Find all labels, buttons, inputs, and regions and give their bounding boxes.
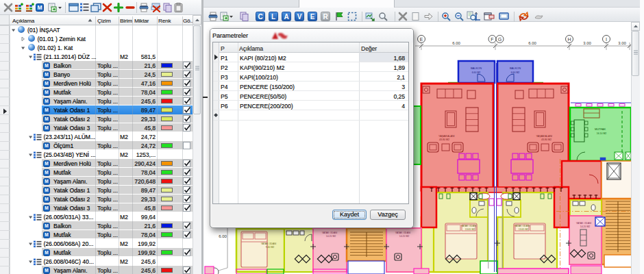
svg-text:14.20 M2: 14.20 M2 bbox=[326, 235, 336, 238]
svg-text:M: M bbox=[45, 99, 48, 103]
svg-text:YATAK ODASI: YATAK ODASI bbox=[461, 225, 477, 227]
svg-text:G: G bbox=[498, 37, 501, 42]
svg-text:I: I bbox=[606, 37, 607, 42]
svg-text:MUTFAK: MUTFAK bbox=[595, 127, 606, 131]
svg-text:9.40 M2: 9.40 M2 bbox=[266, 246, 275, 249]
svg-text:YATAK ODASI: YATAK ODASI bbox=[395, 232, 411, 234]
svg-text:E: E bbox=[420, 37, 423, 42]
svg-text:L: L bbox=[271, 13, 275, 21]
svg-text:13.65 M2: 13.65 M2 bbox=[519, 228, 529, 231]
svg-text:YAŞAM ALANI: YAŞAM ALANI bbox=[438, 135, 455, 138]
svg-text:M: M bbox=[45, 170, 48, 175]
svg-text:M: M bbox=[45, 250, 48, 255]
svg-text:16.10 M2: 16.10 M2 bbox=[597, 132, 607, 135]
svg-text:M: M bbox=[45, 232, 48, 237]
svg-text:M: M bbox=[45, 90, 48, 95]
svg-text:43.80 M2: 43.80 M2 bbox=[439, 138, 449, 141]
svg-text:M: M bbox=[45, 206, 48, 210]
svg-text:M: M bbox=[45, 143, 48, 148]
svg-text:YATAK ODASI: YATAK ODASI bbox=[515, 225, 530, 227]
svg-text:R: R bbox=[323, 13, 328, 21]
svg-text:M: M bbox=[37, 4, 42, 11]
svg-text:6.00: 6.00 bbox=[219, 234, 227, 238]
svg-text:BALKON: BALKON bbox=[510, 66, 521, 70]
svg-text:M: M bbox=[45, 116, 48, 121]
svg-text:M: M bbox=[45, 81, 48, 86]
svg-text:M: M bbox=[45, 188, 48, 192]
svg-text:YATAK ODASI: YATAK ODASI bbox=[261, 242, 277, 245]
svg-text:6.60 M2: 6.60 M2 bbox=[511, 71, 520, 74]
svg-text:M: M bbox=[45, 72, 48, 77]
svg-text:M: M bbox=[45, 197, 48, 201]
svg-text:6.60 M2: 6.60 M2 bbox=[472, 71, 481, 74]
svg-text:6.00: 6.00 bbox=[528, 41, 536, 45]
svg-text:YAŞAM ALANI: YAŞAM ALANI bbox=[536, 135, 552, 138]
svg-text:M: M bbox=[45, 161, 48, 166]
svg-text:F: F bbox=[491, 37, 493, 42]
svg-text:YATAK ODASI: YATAK ODASI bbox=[576, 222, 592, 225]
svg-text:43.80 M2: 43.80 M2 bbox=[541, 138, 552, 141]
svg-text:M: M bbox=[45, 125, 48, 130]
svg-text:BALKON: BALKON bbox=[471, 66, 482, 70]
svg-text:14.20 M2: 14.20 M2 bbox=[580, 225, 591, 228]
svg-text:E: E bbox=[310, 13, 315, 21]
svg-text:14.20 M2: 14.20 M2 bbox=[399, 235, 410, 238]
svg-text:3.00: 3.00 bbox=[583, 41, 591, 45]
svg-text:3.00: 3.00 bbox=[618, 41, 626, 45]
svg-text:M: M bbox=[45, 268, 48, 273]
svg-text:YATAK ODASI: YATAK ODASI bbox=[322, 232, 338, 234]
svg-text:M: M bbox=[45, 179, 48, 184]
svg-text:H: H bbox=[567, 37, 571, 42]
svg-text:M: M bbox=[45, 108, 48, 112]
svg-text:13.65 M2: 13.65 M2 bbox=[465, 228, 475, 231]
svg-text:C: C bbox=[258, 13, 262, 21]
svg-text:A: A bbox=[284, 13, 288, 21]
svg-text:M: M bbox=[45, 63, 48, 68]
svg-text:V: V bbox=[297, 13, 302, 21]
svg-text:6.00: 6.00 bbox=[452, 41, 460, 45]
svg-text:M: M bbox=[45, 223, 48, 228]
